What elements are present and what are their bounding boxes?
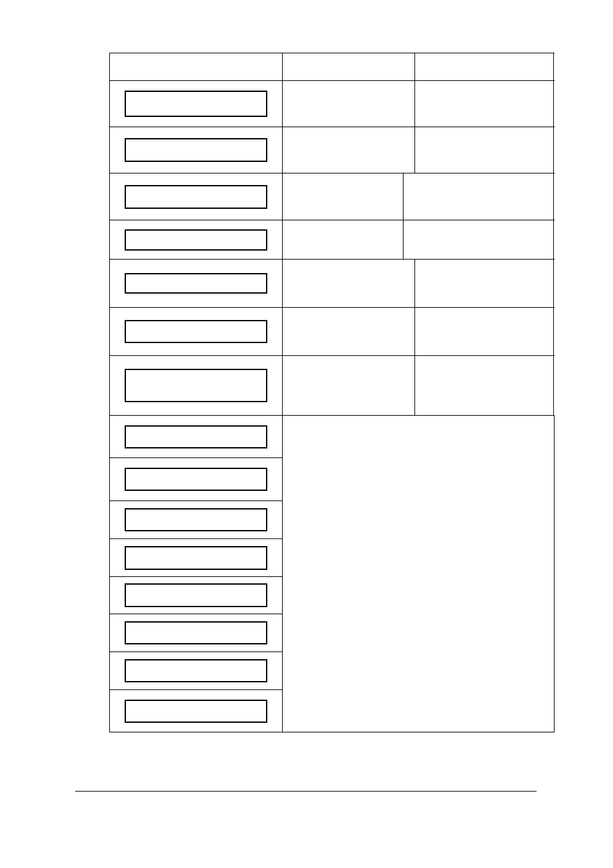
- page: [0, 0, 613, 868]
- field-box: [125, 508, 267, 531]
- field-box: [125, 229, 267, 251]
- table-cell-mid: [283, 356, 415, 415]
- field-box: [125, 425, 267, 448]
- field-box: [125, 583, 267, 607]
- table-cell-right: [404, 220, 554, 259]
- table-cell-mid: [283, 260, 415, 307]
- table-cell-right: [415, 356, 554, 415]
- table-cell-left: [109, 458, 283, 500]
- field-box: [125, 621, 267, 644]
- table-cell-left: [109, 220, 283, 259]
- field-box: [125, 91, 267, 117]
- table-cell-left: [109, 308, 283, 355]
- table-cell-mid: [283, 173, 404, 220]
- table-cell-left: [109, 173, 283, 220]
- table-cell-left: [109, 690, 283, 732]
- table-cell-left: [109, 539, 283, 576]
- table-cell-left: [109, 260, 283, 307]
- footer-line: [75, 791, 537, 792]
- table-cell-right: [415, 308, 554, 355]
- table-cell-left: [109, 53, 283, 80]
- field-box: [125, 700, 267, 723]
- table-cell-mid: [283, 81, 415, 127]
- table-cell-left: [109, 652, 283, 689]
- table-cell-left: [109, 356, 283, 415]
- field-box: [125, 273, 267, 294]
- field-box: [125, 546, 267, 570]
- table-cell-mid: [283, 220, 404, 259]
- table-cell-mid: [283, 308, 415, 355]
- table-cell-merged: [283, 416, 555, 732]
- table-cell-right: [415, 260, 554, 307]
- field-box: [125, 468, 267, 491]
- table-cell-left: [109, 416, 283, 457]
- table-cell-right: [415, 127, 554, 173]
- table-cell-mid: [283, 53, 415, 80]
- field-box: [125, 320, 267, 343]
- field-box: [125, 185, 267, 209]
- table-cell-left: [109, 81, 283, 127]
- table-cell-left: [109, 614, 283, 651]
- table-cell-left: [109, 577, 283, 614]
- field-box: [125, 659, 267, 682]
- table-cell-right: [415, 53, 554, 80]
- table-cell-left: [109, 127, 283, 173]
- table: [109, 53, 555, 732]
- field-box: [125, 369, 267, 402]
- table-cell-mid: [283, 127, 415, 173]
- table-cell-right: [415, 81, 554, 127]
- field-box: [125, 138, 267, 162]
- table-cell-left: [109, 501, 283, 538]
- table-cell-right: [404, 173, 554, 220]
